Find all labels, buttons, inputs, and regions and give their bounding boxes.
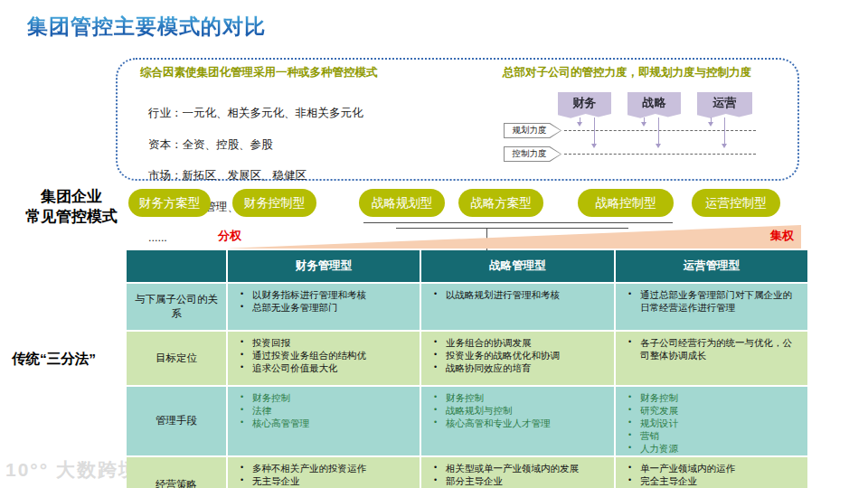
row-label: 经营策略 xyxy=(127,457,226,488)
table-cell: 业务组合的协调发展 投资业务的战略优化和协调 战略协同效应的培育 xyxy=(421,332,614,385)
factors-left-heading: 综合因素使集团化管理采用一种或多种管控模式 xyxy=(140,65,502,80)
bullet-item: 营销 xyxy=(625,429,800,442)
arrow-down-icon xyxy=(644,117,645,125)
bullet-item: 战略协同效应的培育 xyxy=(430,361,607,374)
control-dashed-line xyxy=(564,154,756,155)
watermark-logo: 10°° 大数跨境 xyxy=(5,457,139,483)
factor-line: 市场：新拓区、发展区、稳健区 xyxy=(148,168,492,183)
bullet-item: 通过总部业务管理部门对下属企业的日常经营运作进行管理 xyxy=(625,288,800,314)
pill-finance-control: 财务控制型 xyxy=(232,189,316,217)
axis-tag-label: 规划力度 xyxy=(505,124,561,137)
row-label: 目标定位 xyxy=(127,332,226,385)
bullet-item: 核心高管管理 xyxy=(237,417,412,429)
bullet-item: 无主导企业 xyxy=(237,474,412,487)
table-cell: 各子公司经营行为的统一与优化，公司整体协调成长 xyxy=(616,332,807,385)
table-cell: 多种不相关产业的投资运作 无主导企业 xyxy=(228,457,420,488)
bullet-item: 业务组合的协调发展 xyxy=(430,336,607,349)
modes-heading: 集团企业 常见管控模式 xyxy=(18,187,125,227)
table-cell: 财务控制 战略规划与控制 核心高管和专业人才管理 xyxy=(421,387,614,455)
table-cell: 财务控制 法律 核心高管管理 xyxy=(228,387,420,455)
bullet-item: 多种不相关产业的投资运作 xyxy=(237,462,412,474)
centralized-label: 集权 xyxy=(770,228,794,244)
bracket-line-inner xyxy=(396,228,628,229)
modes-heading-line2: 常见管控模式 xyxy=(18,207,125,227)
bullet-item: 法律 xyxy=(237,404,412,417)
header-cell: 财务管理型 xyxy=(228,250,420,282)
bullet-item: 以战略规划进行管理和考核 xyxy=(430,288,607,301)
bullet-item: 部分主导企业 xyxy=(430,474,607,487)
bullet-item: 单一产业领域内的运作 xyxy=(625,462,800,474)
arrow-down-icon xyxy=(594,117,595,146)
bullet-item: 核心高管和专业人才管理 xyxy=(430,417,607,429)
table-cell: 通过总部业务管理部门对下属企业的日常经营运作进行管理 xyxy=(616,284,807,330)
axis-tag-control: 控制力度 xyxy=(504,146,561,162)
bullet-item: 投资回报 xyxy=(237,336,412,349)
bullet-item: 完全主导企业 xyxy=(625,474,800,487)
bullet-item: 追求公司价值最大化 xyxy=(237,361,412,374)
bullet-item: 各子公司经营行为的统一与优化，公司整体协调成长 xyxy=(625,336,800,361)
factor-line: 资本：全资、控股、参股 xyxy=(148,137,492,153)
bullet-item: 规划设计 xyxy=(625,417,800,429)
modes-heading-line1: 集团企业 xyxy=(18,187,125,207)
axis-tag-planning: 规划力度 xyxy=(504,123,561,138)
header-cell-empty xyxy=(127,250,226,282)
table-cell: 以财务指标进行管理和考核 总部无业务管理部门 xyxy=(228,284,420,330)
watermark-icon: 10°° xyxy=(5,459,49,480)
axis-tag-label: 控制力度 xyxy=(505,147,561,161)
bracket-line-outer xyxy=(363,222,673,223)
bullet-item: 研究发展 xyxy=(625,404,800,417)
pill-operation-control: 运营控制型 xyxy=(692,189,780,217)
table-cell: 相关型或单一产业领域内的发展 部分主导企业 xyxy=(421,457,614,488)
pill-strategy-planning: 战略规划型 xyxy=(359,189,445,217)
bullet-item: 通过投资业务组合的结构优 xyxy=(237,349,412,361)
factor-line: 行业：一元化、相关多元化、非相关多元化 xyxy=(148,106,492,121)
bullet-item: 财务控制 xyxy=(237,391,412,404)
table-cell: 投资回报 通过投资业务组合的结构优 追求公司价值最大化 xyxy=(228,332,420,385)
arrow-down-icon xyxy=(724,117,725,146)
bullet-item: 战略规划与控制 xyxy=(430,404,607,417)
pill-finance-plan: 财务方案型 xyxy=(128,189,211,217)
table-cell: 单一产业领域内的运作 完全主导企业 xyxy=(616,457,807,488)
bullet-item: 投资业务的战略优化和协调 xyxy=(430,349,607,361)
factors-right-heading: 总部对子公司的管控力度，即规划力度与控制力度 xyxy=(503,65,792,80)
planning-dashed-line xyxy=(564,130,756,131)
decentralized-label: 分权 xyxy=(218,228,241,244)
header-cell: 运营管理型 xyxy=(616,250,807,282)
table-cell: 以战略规划进行管理和考核 xyxy=(421,284,614,330)
comparison-table: 财务管理型 战略管理型 运营管理型 与下属子公司的关系 以财务指标进行管理和考核… xyxy=(127,250,802,488)
section-label: 传统“三分法” xyxy=(12,350,96,369)
bullet-item: 财务控制 xyxy=(430,391,607,404)
table-cell: 财务控制 研究发展 规划设计 营销 人力资源 xyxy=(616,387,807,455)
pill-strategy-control: 战略控制型 xyxy=(578,189,674,217)
bullet-item: 相关型或单一产业领域内的发展 xyxy=(430,462,607,474)
bullet-item: 财务控制 xyxy=(625,391,800,404)
page-title: 集团管控主要模式的对比 xyxy=(27,13,266,41)
header-cell: 战略管理型 xyxy=(421,250,614,282)
bullet-item: 以财务指标进行管理和考核 xyxy=(237,288,412,301)
row-label: 与下属子公司的关系 xyxy=(127,284,226,330)
factors-list: 行业：一元化、相关多元化、非相关多元化 资本：全资、控股、参股 市场：新拓区、发… xyxy=(148,90,492,262)
row-label: 管理手段 xyxy=(127,387,226,455)
arrow-down-icon xyxy=(711,117,712,125)
arrow-down-icon xyxy=(658,117,659,146)
pill-strategy-plan: 战略方案型 xyxy=(458,189,543,217)
bullet-item: 人力资源 xyxy=(625,442,800,455)
bullet-item: 总部无业务管理部门 xyxy=(237,301,412,314)
arrow-down-icon xyxy=(580,117,580,125)
